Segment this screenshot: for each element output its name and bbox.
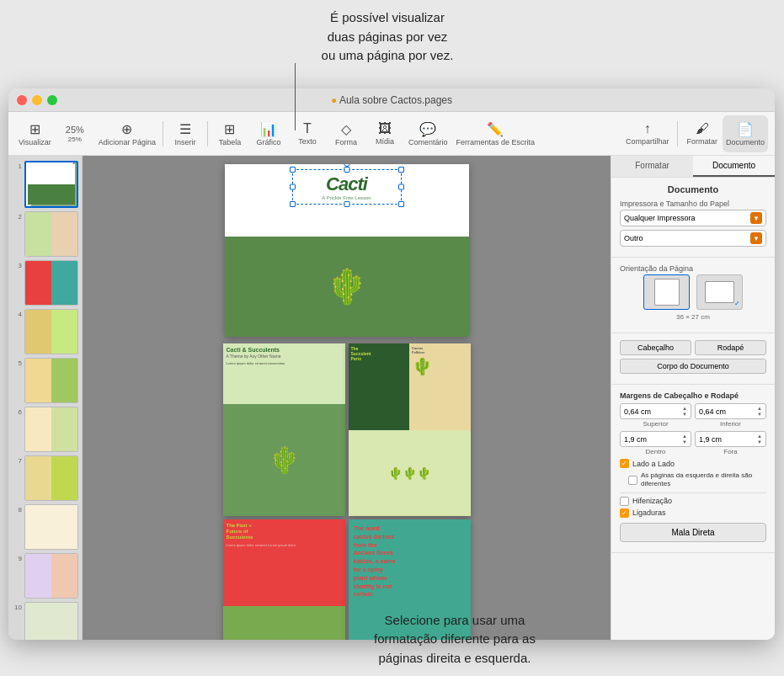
page-thumbnail-10[interactable] <box>24 602 78 640</box>
page-thumbnail-7[interactable] <box>24 455 78 501</box>
page-thumb-8[interactable]: 8 <box>12 504 78 550</box>
handle-tl[interactable] <box>290 167 296 173</box>
page-thumbnail-2[interactable] <box>24 211 78 257</box>
handle-mr[interactable] <box>398 184 404 190</box>
landscape-icon <box>705 281 734 303</box>
page-thumb-7[interactable]: 7 <box>12 455 78 501</box>
forma-button[interactable]: ◇ Forma <box>328 115 365 152</box>
handle-bc[interactable] <box>344 201 349 207</box>
handle-tr[interactable] <box>398 167 404 173</box>
page-thumbnail-1[interactable] <box>24 161 78 208</box>
cabecalho-btn[interactable]: Cabeçalho <box>620 340 691 355</box>
inferior-val[interactable]: 0,64 cm ▲ ▼ <box>695 403 766 419</box>
zoom-button[interactable]: 25% 25% <box>56 115 93 152</box>
traffic-lights <box>17 95 57 105</box>
compartilhar-button[interactable]: ↑ Compartilhar <box>622 115 673 152</box>
page-thumbnail-4[interactable] <box>24 309 78 354</box>
page-thumb-6[interactable]: 6 <box>12 407 78 452</box>
dentro-down[interactable]: ▼ <box>682 439 687 444</box>
inferior-stepper[interactable]: ▲ ▼ <box>757 406 762 417</box>
superior-val[interactable]: 0,64 cm ▲ ▼ <box>620 403 691 419</box>
page-thumbnail-6[interactable] <box>24 407 78 452</box>
page-thumb-2[interactable]: 2 <box>12 211 78 257</box>
texto-icon: T <box>303 121 312 136</box>
dentro-up[interactable]: ▲ <box>682 434 687 439</box>
grafico-icon: 📊 <box>260 121 277 137</box>
handle-ml[interactable] <box>290 184 296 190</box>
handle-bl[interactable] <box>290 201 296 207</box>
documento-button[interactable]: 📄 Documento <box>723 115 768 152</box>
paginas-diferentes-checkbox[interactable] <box>628 476 637 485</box>
main-toolbar: ⊞ Visualizar 25% 25% ⊕ Adicionar Página … <box>8 112 775 156</box>
size-text: 36 × 27 cm <box>620 313 766 321</box>
comentario-button[interactable]: 💬 Comentário <box>405 115 451 152</box>
inserir-button[interactable]: ☰ Inserir <box>167 115 204 152</box>
page3-cell2: CactusFolklore 🌵 <box>409 343 471 430</box>
superior-up[interactable]: ▲ <box>682 406 687 411</box>
fora-down[interactable]: ▼ <box>757 439 762 444</box>
page-thumbnail-3[interactable] <box>24 260 78 306</box>
page-1-canvas[interactable]: 🌵 Cacti <box>225 164 469 337</box>
mala-direta-button[interactable]: Mala Direta <box>620 523 766 542</box>
dentro-stepper[interactable]: ▲ ▼ <box>682 434 687 444</box>
corpo-btn[interactable]: Corpo do Documento <box>620 359 766 374</box>
orientation-row: ✓ <box>620 274 766 310</box>
tab-formatar[interactable]: Formatar <box>611 156 693 177</box>
page-thumbnail-8[interactable] <box>24 504 78 550</box>
dentro-val[interactable]: 1,9 cm ▲ ▼ <box>620 431 691 447</box>
close-button[interactable] <box>17 95 27 105</box>
tabela-button[interactable]: ⊞ Tabela <box>211 115 248 152</box>
page3-cell1: TheSucculentParts <box>349 343 410 430</box>
fora-val[interactable]: 1,9 cm ▲ ▼ <box>695 431 766 447</box>
main-window: ● Aula sobre Cactos.pages ⊞ Visualizar 2… <box>8 88 775 640</box>
page-thumb-4[interactable]: 4 <box>12 309 78 354</box>
fora-field: 1,9 cm ▲ ▼ Fora <box>695 431 766 455</box>
lado-a-lado-checkbox[interactable]: ✓ <box>620 459 629 468</box>
title-text-box[interactable]: Cacti A Prickle Free Lesson <box>292 169 402 205</box>
content-area: 1 2 3 <box>8 156 775 640</box>
page-thumbnail-5[interactable] <box>24 358 78 403</box>
fullscreen-button[interactable] <box>47 95 57 105</box>
grafico-button[interactable]: 📊 Gráfico <box>250 115 287 152</box>
adicionar-pagina-button[interactable]: ⊕ Adicionar Página <box>95 115 159 152</box>
fora-up[interactable]: ▲ <box>757 434 762 439</box>
margins-row-1: 0,64 cm ▲ ▼ Superior 0,64 cm ▲ <box>620 403 766 428</box>
handle-tc[interactable] <box>344 167 349 173</box>
page2-subtitle: A Theme by Any Other Name <box>227 354 342 359</box>
dentro-label: Dentro <box>620 448 691 455</box>
page-thumb-3[interactable]: 3 <box>12 260 78 306</box>
page-spread-2-3: Cacti & Succulents A Theme by Any Other … <box>223 343 471 516</box>
impressora-select[interactable]: Qualquer Impressora ▼ <box>620 210 766 226</box>
documento-title: Documento <box>620 184 766 194</box>
orient-landscape[interactable]: ✓ <box>696 274 743 310</box>
page-thumb-5[interactable]: 5 <box>12 358 78 403</box>
page-3-canvas[interactable]: TheSucculentParts CactusFolklore 🌵 🌵🌵🌵 <box>349 343 471 516</box>
tab-documento[interactable]: Documento <box>693 156 775 177</box>
inferior-down[interactable]: ▼ <box>757 412 762 417</box>
midia-button[interactable]: 🖼 Mídia <box>366 115 403 152</box>
minimize-button[interactable] <box>32 95 42 105</box>
page-thumbnail-9[interactable] <box>24 553 78 599</box>
formatar-button[interactable]: 🖌 Formatar <box>683 115 721 152</box>
page2-title: Cacti & Succulents <box>227 347 342 354</box>
margins-row-2: 1,9 cm ▲ ▼ Dentro 1,9 cm ▲ <box>620 431 766 455</box>
page-thumb-1[interactable]: 1 <box>12 161 78 208</box>
tamanho-select[interactable]: Outro ▼ <box>620 230 766 247</box>
ferramentas-button[interactable]: ✏️ Ferramentas de Escrita <box>452 115 538 152</box>
hifenizacao-checkbox[interactable] <box>620 497 629 506</box>
page-thumb-10[interactable]: 10 <box>12 602 78 640</box>
orient-portrait[interactable] <box>643 274 690 310</box>
fora-stepper[interactable]: ▲ ▼ <box>757 434 762 444</box>
ligaduras-checkbox[interactable]: ✓ <box>620 508 629 518</box>
inferior-up[interactable]: ▲ <box>757 406 762 411</box>
rodape-btn[interactable]: Rodapé <box>695 340 766 355</box>
formatar-icon: 🖌 <box>696 121 709 136</box>
handle-br[interactable] <box>398 201 404 207</box>
visualizar-button[interactable]: ⊞ Visualizar <box>15 115 55 152</box>
page-thumb-9[interactable]: 9 <box>12 553 78 599</box>
cacti-title: Cacti <box>301 173 392 195</box>
superior-down[interactable]: ▼ <box>682 412 687 417</box>
superior-stepper[interactable]: ▲ ▼ <box>682 406 687 417</box>
portrait-icon <box>654 279 680 306</box>
page-2-canvas[interactable]: Cacti & Succulents A Theme by Any Other … <box>223 343 345 516</box>
